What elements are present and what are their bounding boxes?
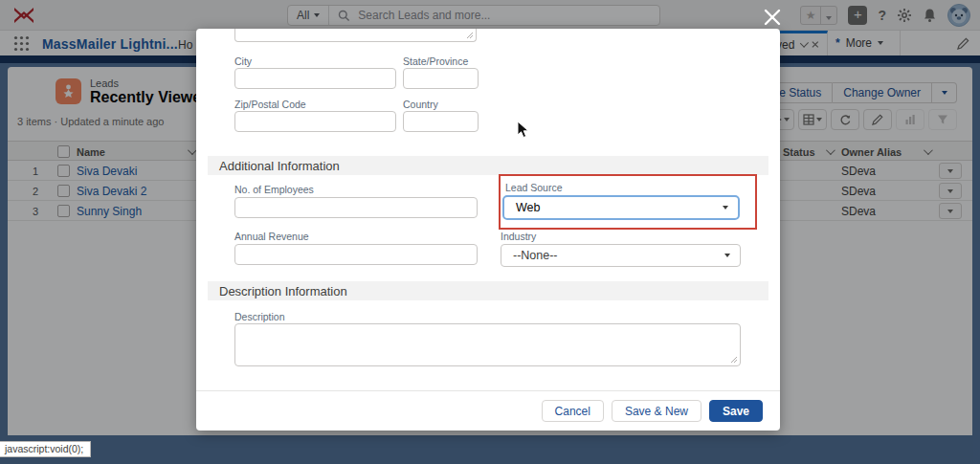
industry-value: --None-- <box>513 249 558 262</box>
description-textarea[interactable] <box>234 323 741 366</box>
industry-combobox[interactable]: --None-- <box>501 244 741 267</box>
modal-close-icon[interactable] <box>761 6 784 29</box>
description-label: Description <box>234 311 285 322</box>
country-label: Country <box>403 99 438 110</box>
zip-label: Zip/Postal Code <box>234 99 306 110</box>
employees-label: No. of Employees <box>234 184 314 195</box>
resize-handle-icon[interactable] <box>466 32 474 39</box>
city-input[interactable] <box>234 68 396 89</box>
chevron-down-icon <box>724 254 730 257</box>
resize-handle-icon[interactable] <box>730 356 738 364</box>
country-input[interactable] <box>403 111 479 132</box>
zip-input[interactable] <box>234 111 396 132</box>
section-description-information: Description Information <box>208 281 768 300</box>
save-and-new-button[interactable]: Save & New <box>612 400 702 422</box>
city-label: City <box>234 55 252 67</box>
modal-footer: Cancel Save & New Save <box>196 390 780 431</box>
cancel-button[interactable]: Cancel <box>542 400 604 422</box>
annotation-highlight-box <box>499 174 757 230</box>
new-lead-modal: City State/Province Zip/Postal Code Coun… <box>196 29 780 431</box>
mouse-cursor <box>517 121 530 139</box>
state-label: State/Province <box>403 55 468 67</box>
section-additional-information: Additional Information <box>208 156 768 175</box>
browser-status-bar: javascript:void(0); <box>0 441 91 457</box>
save-button[interactable]: Save <box>709 400 763 422</box>
employees-input[interactable] <box>234 197 478 218</box>
street-textarea-partial[interactable] <box>234 29 477 42</box>
industry-label: Industry <box>501 231 536 242</box>
annual-revenue-input[interactable] <box>234 244 478 265</box>
annual-revenue-label: Annual Revenue <box>234 231 309 242</box>
state-input[interactable] <box>403 68 479 89</box>
screen: All Search Leads and more... ★ + ? <box>0 0 980 464</box>
